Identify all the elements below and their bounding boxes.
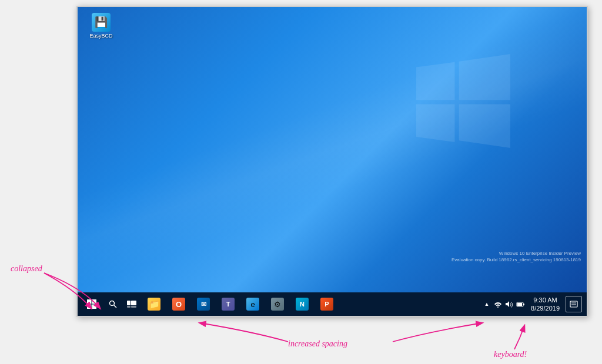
tray-show-hidden[interactable]: ▲ [482,299,491,309]
system-tray: ▲ [482,296,584,313]
collapsed-label: collapsed [11,264,43,273]
desktop-icon-label: EasyBCD [89,33,112,39]
svg-point-6 [497,306,499,308]
taskbar-icon-edge[interactable]: e [242,294,263,315]
taskbar-icon-powerpoint[interactable]: P [316,294,337,315]
system-clock[interactable]: 9:30 AM 8/29/2019 [527,296,563,313]
clock-date: 8/29/2019 [531,304,560,312]
desktop-icon-image: 💾 [92,13,111,32]
desktop-icon-easybcd[interactable]: 💾 EasyBCD [83,13,119,39]
svg-rect-9 [523,304,524,305]
watermark-text: Windows 10 Enterprise Insider Preview Ev… [452,250,581,263]
svg-rect-4 [127,306,131,308]
svg-point-0 [110,301,115,306]
svg-rect-2 [127,301,131,305]
search-button[interactable] [103,292,122,316]
tray-volume-icon[interactable] [504,299,514,309]
svg-rect-3 [131,301,136,305]
svg-marker-7 [506,301,509,307]
keyboard-label: keyboard! [494,350,527,359]
task-view-button[interactable] [122,292,141,316]
taskbar: 📁 O ✉ T e ⚙ N [78,292,587,316]
taskbar-icon-outlook[interactable]: ✉ [193,294,214,315]
increased-spacing-label: increased spacing [288,339,347,348]
svg-rect-10 [517,303,522,306]
screenshot-frame: 💾 EasyBCD Windows 10 Enterprise Insider … [76,6,588,317]
taskbar-pinned-icons: 📁 O ✉ T e ⚙ N [143,294,337,315]
tray-network-icon[interactable] [493,299,503,309]
taskbar-icon-teams[interactable]: T [218,294,239,315]
taskbar-icon-office[interactable]: O [168,294,189,315]
taskbar-icon-onenote[interactable]: N [292,294,313,315]
taskbar-icon-file-explorer[interactable]: 📁 [143,294,165,315]
svg-rect-5 [131,306,136,308]
svg-rect-11 [570,301,577,307]
start-button[interactable] [80,292,103,316]
svg-line-1 [114,305,117,308]
tray-battery-icon[interactable] [516,299,525,309]
clock-time: 9:30 AM [531,296,560,304]
windows-logo-watermark [416,54,510,148]
action-center-button[interactable] [566,296,582,312]
desktop-background: 💾 EasyBCD Windows 10 Enterprise Insider … [78,7,587,292]
taskbar-icon-settings[interactable]: ⚙ [267,294,288,315]
